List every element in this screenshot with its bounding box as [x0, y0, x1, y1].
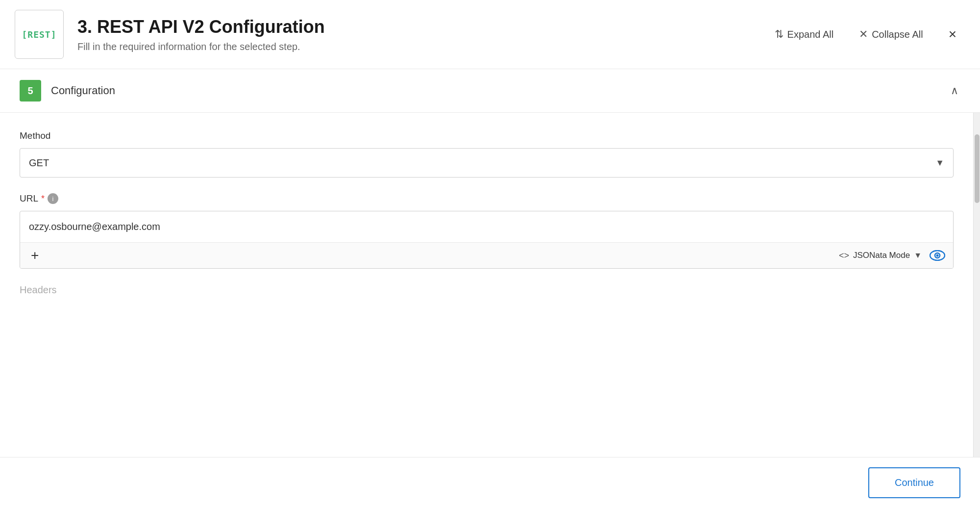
section-title: Configuration	[51, 84, 949, 97]
url-field-box: ozzy.osbourne@example.com + <> JSONata M…	[20, 211, 954, 269]
method-select-wrapper: GET POST PUT DELETE PATCH ▼	[20, 148, 954, 178]
collapse-all-label: Collapse All	[872, 29, 923, 40]
method-label: Method	[20, 130, 954, 141]
close-button[interactable]: ×	[945, 25, 960, 44]
scrollbar-thumb[interactable]	[975, 134, 980, 203]
close-icon: ×	[949, 26, 956, 42]
jsonata-mode-area: <> JSONata Mode ▼	[839, 250, 945, 261]
method-field-group: Method GET POST PUT DELETE PATCH ▼	[20, 130, 954, 178]
plus-icon: +	[31, 248, 39, 263]
jsonata-dropdown-icon[interactable]: ▼	[914, 251, 922, 260]
add-variable-button[interactable]: +	[28, 248, 42, 263]
header-actions: ⇅ Expand All ✕ Collapse All ×	[771, 25, 960, 44]
collapse-all-button[interactable]: ✕ Collapse All	[855, 25, 927, 44]
scrollbar-track[interactable]	[973, 113, 980, 457]
eye-icon-button[interactable]	[930, 250, 945, 261]
url-field-group: URL * i ozzy.osbourne@example.com + <> J…	[20, 193, 954, 269]
continue-button[interactable]: Continue	[868, 467, 960, 498]
jsonata-mode-label: JSONata Mode	[853, 251, 910, 260]
expand-all-icon: ⇅	[775, 28, 784, 41]
code-icon: <>	[839, 251, 849, 261]
url-input[interactable]: ozzy.osbourne@example.com	[20, 211, 953, 242]
page-title: 3. REST API V2 Configuration	[77, 17, 771, 37]
headers-label[interactable]: Headers	[20, 284, 57, 295]
header-title-area: 3. REST API V2 Configuration Fill in the…	[77, 17, 771, 52]
url-required-asterisk: *	[41, 194, 45, 204]
section-header: 5 Configuration ∧	[0, 69, 980, 113]
rest-badge: [REST]	[22, 29, 56, 40]
eye-icon	[930, 250, 945, 261]
section-number: 5	[20, 80, 41, 102]
expand-all-button[interactable]: ⇅ Expand All	[771, 25, 838, 44]
rest-badge-container: [REST]	[15, 10, 64, 59]
url-label: URL * i	[20, 193, 954, 204]
url-toolbar: + <> JSONata Mode ▼	[20, 242, 953, 268]
expand-all-label: Expand All	[787, 29, 834, 40]
section-collapse-button[interactable]: ∧	[949, 82, 960, 99]
page-subtitle: Fill in the required information for the…	[77, 41, 771, 52]
chevron-up-icon: ∧	[951, 84, 958, 97]
page-header: [REST] 3. REST API V2 Configuration Fill…	[0, 0, 980, 69]
content-area: Method GET POST PUT DELETE PATCH ▼ URL	[0, 113, 973, 457]
footer: Continue	[0, 457, 980, 508]
headers-section: Headers	[20, 284, 954, 296]
svg-point-2	[936, 254, 939, 257]
main-content: Method GET POST PUT DELETE PATCH ▼ URL	[0, 113, 980, 457]
method-select[interactable]: GET POST PUT DELETE PATCH	[20, 149, 953, 177]
collapse-all-icon: ✕	[859, 28, 868, 41]
url-info-icon[interactable]: i	[48, 193, 58, 204]
